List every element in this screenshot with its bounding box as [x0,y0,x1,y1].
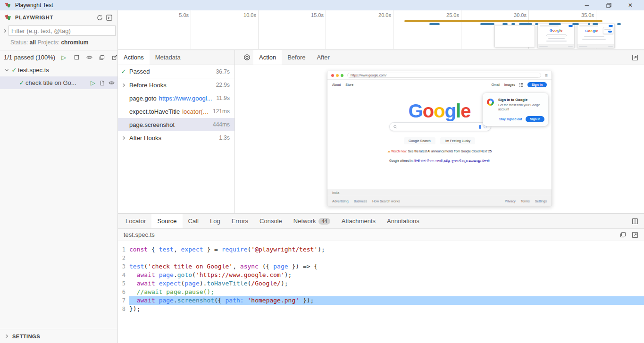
line-number: 3 [118,262,129,271]
timeline-action-bar [617,23,621,25]
line-number: 7 [118,296,129,305]
timeline-tick-label: 20.0s [364,12,391,18]
action-label: page.goto [129,95,157,102]
tab-before[interactable]: Before [282,50,311,65]
timeline-action-bar [572,23,579,25]
google-search-box [389,122,491,131]
action-row[interactable]: Before Hooks22.9s [118,78,234,92]
maximize-button[interactable] [605,2,612,8]
pass-check-icon: ✓ [10,67,18,74]
tab-label: Actions [124,54,144,61]
mini-google-logo: Google [538,28,574,33]
tab-network[interactable]: Network44 [288,214,336,228]
minimize-button[interactable]: ─ [584,2,590,8]
line-content: //await page.pause(); [129,288,644,296]
stay-signed-out-link: Stay signed out [499,117,522,121]
details-tabstrip: LocatorSourceCallLogErrorsConsoleNetwork… [118,214,644,229]
hamburger-menu-icon: ≡ [545,73,548,78]
pick-locator-icon[interactable] [239,50,253,65]
line-content: await page.screenshot({ path: 'homepage.… [129,296,644,305]
tab-label: Console [259,218,282,225]
open-source-external-icon[interactable] [632,232,638,238]
action-row[interactable]: ✓Passed36.7s [118,65,234,78]
run-all-button[interactable]: ▷ [59,53,68,62]
watch-test-icon[interactable] [109,80,115,85]
watch-all-icon[interactable] [84,53,94,62]
tree-file-row[interactable]: ✓ test.spec.ts [0,64,117,76]
actions-tabstrip: ActionsMetadata [118,50,234,65]
tab-actions[interactable]: Actions [118,50,150,65]
action-title: page.screenshot [129,121,175,128]
snapshot-browser-chrome: https://www.google.com/ ≡ [327,71,552,80]
google-offered-in: Google offered in: हिन्दी বাংলা తెలుగు म… [327,159,552,163]
playwright-logo-icon [5,2,11,8]
line-content: const { test, expect } = require('@playw… [129,245,644,254]
settings-section[interactable]: SETTINGS [0,329,117,343]
google-g-logo [487,99,494,106]
snapshot-url-bar: https://www.google.com/ [347,73,541,78]
timeline-tick-label: 25.0s [432,12,459,18]
timeline-thumbnail-blank[interactable] [494,25,535,47]
google-search-button: Google Search [404,137,435,144]
google-homepage: AboutStore GmailImages Sign in Google [327,80,552,206]
action-row[interactable]: expect.toHaveTitlelocator(':r...121ms [118,105,234,118]
sidebar-brand: PLAYWRIGHT [15,15,53,20]
timeline-thumbnail-google-dialog[interactable]: Google [577,24,615,48]
timeline-test-duration-bar [404,20,602,22]
settings-label: SETTINGS [12,334,40,339]
tab-errors[interactable]: Errors [226,214,254,228]
tab-annotations[interactable]: Annotations [381,214,425,228]
tree-test-row[interactable]: ✓ check title on Go... ▷ [0,76,117,89]
timeline-thumbnail-google[interactable]: Google [537,24,575,48]
timeline-gridline [258,10,259,50]
tab-label: Annotations [387,218,419,225]
tab-metadata[interactable]: Metadata [150,50,186,65]
google-nav-link: Gmail [491,83,500,86]
action-row[interactable]: page.screenshot444ms [118,118,234,131]
tab-label: Action [259,54,276,61]
actions-list: ✓Passed36.7sBefore Hooks22.9spage.gotoht… [118,65,234,144]
filter-input[interactable] [8,25,116,36]
chevron-right-icon[interactable] [1,29,8,33]
tab-source[interactable]: Source [151,214,182,228]
source-line: 3test('check title on Google', async ({ … [118,262,644,271]
timeline-action-bar [549,23,561,25]
timeline-tick-label: 30.0s [499,12,527,18]
collapse-all-icon[interactable] [97,53,107,62]
tab-label: Source [157,218,176,225]
tab-console[interactable]: Console [254,214,288,228]
tab-label: Call [188,218,199,225]
open-snapshot-external-icon[interactable] [632,54,638,61]
tab-log[interactable]: Log [204,214,226,228]
line-number: 4 [118,271,129,279]
reload-tests-icon[interactable] [95,13,104,22]
action-row[interactable]: page.gotohttps://www.googl...11.9s [118,92,234,105]
tab-after[interactable]: After [311,50,335,65]
action-argument: https://www.googl... [159,95,212,102]
source-line: 4 await page.goto('https://www.google.co… [118,271,644,279]
timeline-gridline [461,10,461,50]
timeline[interactable]: 35.0s30.0s25.0s20.0s15.0s10.0s5.0s Googl… [118,10,644,50]
chevron-right-icon[interactable] [118,83,129,87]
google-footer-link: Terms [521,200,530,203]
source-file-icon[interactable] [99,80,105,86]
chevron-right-icon[interactable] [118,136,129,140]
terminal-icon[interactable] [104,13,114,22]
action-row[interactable]: After Hooks1.3s [118,131,234,144]
tab-locator[interactable]: Locator [120,214,151,228]
tab-call[interactable]: Call [183,214,204,228]
page-snapshot[interactable]: https://www.google.com/ ≡ AboutStore Gma… [327,71,552,206]
chevron-down-icon[interactable] [3,68,10,72]
split-view-icon[interactable] [632,218,638,225]
stop-button[interactable] [72,53,81,62]
tab-attachments[interactable]: Attachments [336,214,381,228]
line-content: await page.goto('https://www.google.com'… [129,271,644,279]
tab-action[interactable]: Action [253,50,282,65]
run-test-icon[interactable]: ▷ [91,79,95,86]
google-signin-dialog: Sign in to Google Get the most from your… [483,93,548,126]
close-button[interactable]: ✕ [627,2,634,8]
line-number: 8 [118,305,129,313]
copy-source-icon[interactable] [620,232,626,238]
source-line: 7 await page.screenshot({ path: 'homepag… [118,296,644,305]
timeline-tick-label: 35.0s [567,12,594,18]
